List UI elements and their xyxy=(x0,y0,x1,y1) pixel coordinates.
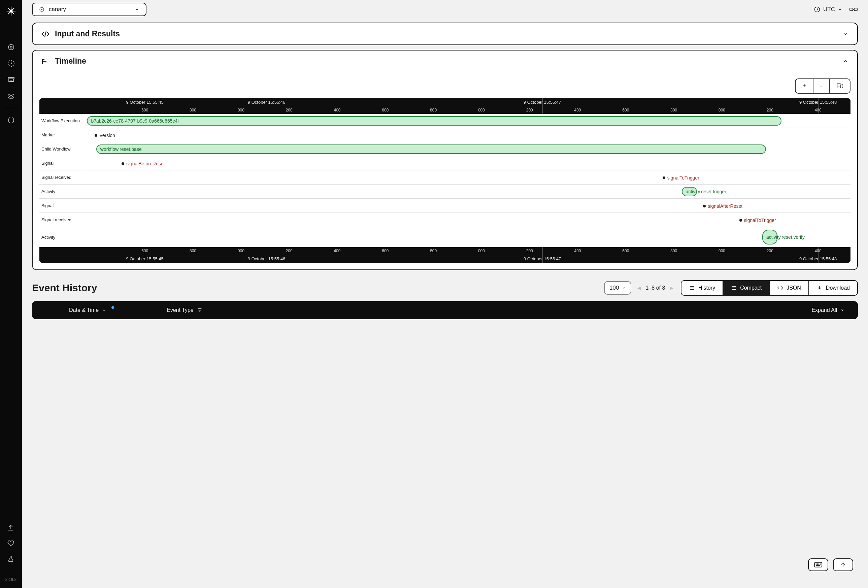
filter-icon xyxy=(197,307,202,313)
axis-minor-tick: 400 xyxy=(815,108,822,112)
namespace-value: canary xyxy=(49,6,66,13)
chevron-down-icon xyxy=(838,7,842,12)
zoom-in-button[interactable]: + xyxy=(796,79,813,93)
column-event-type-label: Event Type xyxy=(167,307,193,313)
timeline-event[interactable]: signalToTrigger xyxy=(663,175,699,180)
divider xyxy=(4,108,18,108)
download-button[interactable]: Download xyxy=(809,281,857,295)
timeline-lane-label: Workflow Execution xyxy=(39,114,83,128)
expand-all-button[interactable]: Expand All xyxy=(812,307,844,313)
timeline-lane: activity.reset.trigger xyxy=(83,185,850,199)
event-history-columns: Date & Time Event Type Expand All xyxy=(32,301,858,319)
namespace-select[interactable]: canary xyxy=(32,3,146,16)
page-size-select[interactable]: 100 xyxy=(604,281,631,295)
timeline-lane: signalBeforeReset xyxy=(83,156,850,170)
logo-icon[interactable] xyxy=(6,6,16,16)
panel-title: Input and Results xyxy=(55,29,120,38)
timeline-lane-label: Activity xyxy=(39,185,83,199)
view-compact-label: Compact xyxy=(740,285,762,291)
timeline-span[interactable]: activity.reset.verify xyxy=(762,230,778,244)
axis-minor-tick: 600 xyxy=(622,248,629,253)
timeline-lanes: b7ab2c26-ce78-4707-b9c9-0a666e665c4fVers… xyxy=(83,114,850,247)
timeline-span[interactable]: activity.reset.trigger xyxy=(682,187,697,196)
timeline-lane: signalToTrigger xyxy=(83,170,850,185)
axis-minor-tick: 600 xyxy=(382,248,388,253)
timeline-event[interactable]: signalBeforeReset xyxy=(121,161,165,166)
axis-minor-tick: 400 xyxy=(574,108,581,112)
axis-minor-tick: 600 xyxy=(142,248,148,253)
timeline-lane-label: Signal xyxy=(39,199,83,213)
view-history-button[interactable]: History xyxy=(682,281,723,295)
target-icon xyxy=(39,6,45,12)
axis-minor-tick: 600 xyxy=(142,108,148,112)
view-history-label: History xyxy=(698,285,715,291)
timeline-lane: signalAfterReset xyxy=(83,199,850,213)
page-range: 1–8 of 8 xyxy=(646,285,665,291)
timeline-lane: Version xyxy=(83,128,850,142)
axis-minor-tick: 600 xyxy=(382,108,388,112)
timeline-lane: activity.reset.verify xyxy=(83,227,850,247)
svg-point-6 xyxy=(41,9,43,10)
timeline-span[interactable]: workflow.reset.base xyxy=(96,145,766,154)
timeline-header[interactable]: Timeline xyxy=(32,50,857,72)
settings-icon[interactable] xyxy=(849,6,858,13)
view-json-label: JSON xyxy=(787,285,801,291)
svg-point-0 xyxy=(10,10,12,12)
axis-minor-tick: 800 xyxy=(670,108,677,112)
svg-point-1 xyxy=(9,44,14,50)
timeline-event[interactable]: signalAfterReset xyxy=(703,203,743,209)
axis-minor-tick: 400 xyxy=(815,248,822,253)
archive-icon[interactable] xyxy=(7,75,15,84)
pagination: ◀ 1–8 of 8 ▶ xyxy=(636,285,675,291)
svg-point-11 xyxy=(816,564,816,564)
batch-icon[interactable] xyxy=(7,92,15,100)
svg-point-2 xyxy=(10,46,12,48)
axis-minor-tick: 000 xyxy=(719,248,725,253)
svg-rect-4 xyxy=(8,77,14,79)
column-date[interactable]: Date & Time xyxy=(69,307,156,313)
view-compact-button[interactable]: Compact xyxy=(723,281,770,295)
axis-minor-tick: 000 xyxy=(478,108,485,112)
svg-point-13 xyxy=(818,564,819,564)
axis-minor-tick: 400 xyxy=(574,248,581,253)
timeline-lane-label: Signal xyxy=(39,156,83,170)
view-toggle: History Compact JSON Download xyxy=(681,280,858,296)
svg-rect-9 xyxy=(854,8,857,10)
svg-rect-8 xyxy=(850,8,853,10)
code-icon xyxy=(41,30,50,38)
axis-minor-tick: 800 xyxy=(670,248,677,253)
axis-minor-tick: 000 xyxy=(478,248,485,253)
keyboard-shortcuts-button[interactable] xyxy=(808,558,828,571)
prev-page-button[interactable]: ◀ xyxy=(636,285,642,291)
column-date-label: Date & Time xyxy=(69,307,99,313)
version-label: 2.18.2 xyxy=(5,577,16,582)
timeline-event[interactable]: Version xyxy=(94,133,115,138)
workflows-icon[interactable] xyxy=(7,43,15,51)
zoom-fit-button[interactable]: Fit xyxy=(830,79,850,93)
axis-minor-tick: 400 xyxy=(334,248,340,253)
input-results-panel[interactable]: Input and Results xyxy=(32,22,858,45)
axis-minor-tick: 000 xyxy=(719,108,725,112)
axis-minor-tick: 200 xyxy=(526,248,533,253)
timeline-event[interactable]: signalToTrigger xyxy=(740,217,776,223)
expand-all-label: Expand All xyxy=(812,307,837,313)
timeline-axis-top: 9 October 15:55:459 October 15:55:469 Oc… xyxy=(39,98,850,114)
chevron-down-icon xyxy=(622,286,626,290)
labs-icon[interactable] xyxy=(7,555,15,563)
upload-icon[interactable] xyxy=(7,524,15,532)
namespaces-icon[interactable] xyxy=(7,116,15,124)
axis-minor-tick: 000 xyxy=(238,248,244,253)
heart-icon[interactable] xyxy=(7,539,15,548)
column-event-type[interactable]: Event Type xyxy=(167,307,202,313)
schedules-icon[interactable] xyxy=(7,59,15,67)
axis-minor-tick: 200 xyxy=(767,248,774,253)
timezone-select[interactable]: UTC xyxy=(814,6,842,13)
timeline-span[interactable]: b7ab2c26-ce78-4707-b9c9-0a666e665c4f xyxy=(87,116,781,126)
timeline-lane-label: Signal received xyxy=(39,213,83,227)
axis-minor-tick: 400 xyxy=(334,108,340,112)
axis-minor-tick: 200 xyxy=(286,248,292,253)
zoom-out-button[interactable]: - xyxy=(813,79,830,93)
scroll-top-button[interactable] xyxy=(833,558,853,571)
view-json-button[interactable]: JSON xyxy=(770,281,809,295)
next-page-button[interactable]: ▶ xyxy=(668,285,675,291)
